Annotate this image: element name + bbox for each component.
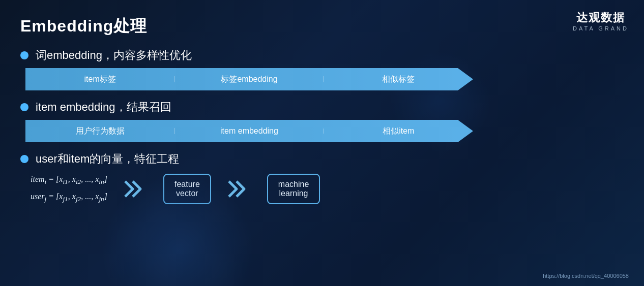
arrow-section-2-3: 相似item	[324, 126, 473, 137]
arrow-bar-1: item标签 标签embedding 相似标签	[25, 68, 473, 90]
bullet-dot-2	[20, 103, 28, 111]
formula-item: itemi = [xi1, xi2, ..., xin]	[31, 175, 107, 186]
double-arrow-2	[226, 179, 252, 199]
arrow-section-1-2: 标签embedding	[174, 74, 324, 85]
arrow-bar-inner-2: 用户行为数据 item embedding 相似item	[25, 120, 473, 142]
arrow-bar-2: 用户行为数据 item embedding 相似item	[25, 120, 473, 142]
arrow-bar-inner-1: item标签 标签embedding 相似标签	[25, 68, 473, 90]
bullet-label-3: user和item的向量，特征工程	[20, 151, 624, 167]
bullet-dot-3	[20, 155, 28, 163]
machine-learning-line1: machine	[278, 180, 309, 189]
arrow-section-1-1: item标签	[25, 74, 174, 85]
page-title: Embedding处理	[20, 15, 624, 38]
bottom-url: https://blog.csdn.net/qq_40006058	[543, 273, 629, 279]
arrow-section-2-2: item embedding	[174, 126, 324, 136]
arrow-section-1-3: 相似标签	[324, 74, 473, 85]
logo-main-text: 达观数据	[573, 10, 629, 25]
bullet-dot-1	[20, 51, 28, 59]
arrow-icon-1	[123, 179, 148, 199]
arrow-sections-2: 用户行为数据 item embedding 相似item	[25, 120, 473, 142]
machine-learning-line2: learning	[278, 189, 309, 198]
formulas-block: itemi = [xi1, xi2, ..., xin] userj = [xj…	[31, 175, 107, 203]
bullet-section-2: item embedding，结果召回 用户行为数据 item embeddin…	[20, 100, 624, 142]
page-container: 达观数据 DATA GRAND Embedding处理 词embedding，内…	[0, 0, 644, 286]
machine-learning-box: machine learning	[267, 174, 320, 204]
arrow-section-2-1: 用户行为数据	[25, 126, 174, 137]
feature-vector-line2: vector	[174, 189, 200, 198]
bullet-section-3: user和item的向量，特征工程 itemi = [xi1, xi2, ...…	[20, 151, 624, 204]
double-arrow-1	[123, 179, 148, 199]
formula-user: userj = [xj1, xj2, ..., xjn]	[31, 192, 107, 203]
bullet-label-1: 词embedding，内容多样性优化	[20, 48, 624, 63]
arrow-sections-1: item标签 标签embedding 相似标签	[25, 68, 473, 90]
arrow-icon-2	[226, 179, 252, 199]
feature-vector-box: feature vector	[163, 174, 211, 204]
bullet-section-1: 词embedding，内容多样性优化 item标签 标签embedding 相似…	[20, 48, 624, 90]
bullet-label-2: item embedding，结果召回	[20, 100, 624, 115]
feature-vector-line1: feature	[174, 180, 200, 189]
logo: 达观数据 DATA GRAND	[573, 10, 629, 31]
formula-row: itemi = [xi1, xi2, ..., xin] userj = [xj…	[31, 174, 624, 204]
logo-sub-text: DATA GRAND	[573, 25, 629, 31]
